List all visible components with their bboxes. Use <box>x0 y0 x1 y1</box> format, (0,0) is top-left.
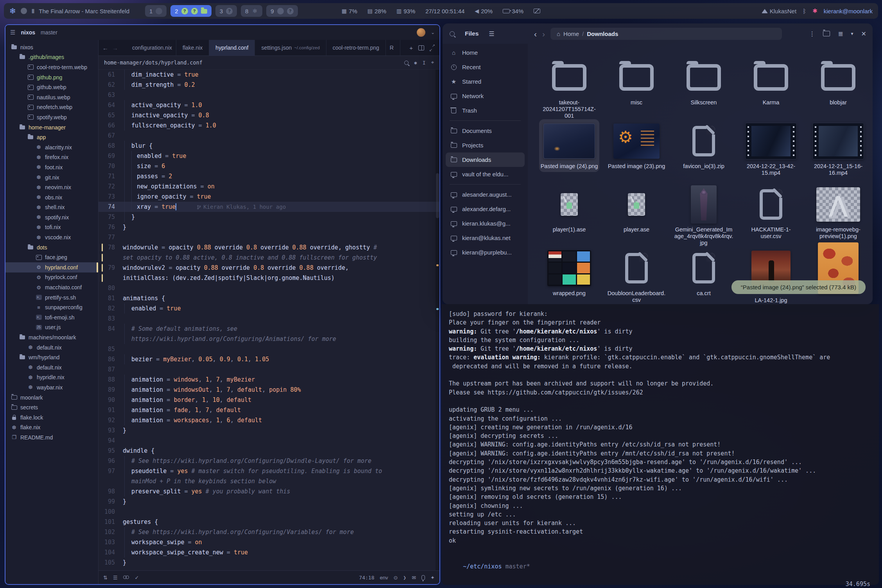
tab-settings-json[interactable]: settings.json~/.config/zed <box>255 40 326 56</box>
code-line-79[interactable]: 79windowrulev2 = opacity 0.88 override 0… <box>99 263 439 273</box>
tab-configuration-nix[interactable]: configuration.nix <box>122 40 176 56</box>
mail-icon[interactable]: ✉ <box>412 575 416 581</box>
tree-item-readme-md[interactable]: ❐README.md <box>5 432 98 443</box>
code-line-82[interactable]: 82enabled = true <box>99 303 439 314</box>
code-line-71[interactable]: 71passes = 2 <box>99 171 439 181</box>
code-line-65[interactable]: 65inactive_opacity = 0.8 <box>99 110 439 120</box>
env-label[interactable]: env <box>380 575 388 581</box>
tree-item-hyprland-conf[interactable]: ⚙hyprland.conf <box>5 262 98 272</box>
workspace-3[interactable]: 3? <box>215 5 237 17</box>
tree-item-github-webp[interactable]: github.webp <box>5 82 98 92</box>
tree-item-firefox-nix[interactable]: ❆firefox.nix <box>5 152 98 163</box>
kebab-menu-icon[interactable]: ⋮ <box>809 30 815 38</box>
tree-item-cool-retro-term-webp[interactable]: cool-retro-term.webp <box>5 62 98 72</box>
code-line-100[interactable]: 100 <box>99 507 439 517</box>
file-item-takeout-20241207t155714z-001[interactable]: takeout-20241207T155714Z-001 <box>538 56 601 122</box>
tree-item-sunpaperconfig[interactable]: ≡sunpaperconfig <box>5 302 98 312</box>
spotify-icon[interactable] <box>21 8 27 14</box>
code-line-68[interactable]: 68blur { <box>99 141 439 151</box>
mic-icon[interactable] <box>421 575 425 580</box>
tab-flake-nix[interactable]: flake.nix <box>176 40 209 56</box>
code-line-105[interactable]: 105} <box>99 558 439 568</box>
volume-stat[interactable]: ◀20% <box>475 8 493 14</box>
code-line-93[interactable]: 93} <box>99 425 439 436</box>
sidebar-item-trash[interactable]: Trash <box>446 103 525 118</box>
tree-item-app[interactable]: app <box>5 132 98 142</box>
code-line-75[interactable]: 75} <box>99 212 439 222</box>
tree-item-neofetch-webp[interactable]: neofetch.webp <box>5 102 98 113</box>
avatar[interactable] <box>417 28 425 37</box>
tree-item-hypridle-nix[interactable]: ❆hypridle.nix <box>5 373 98 383</box>
new-tab-button[interactable]: + <box>409 45 413 51</box>
sidebar-item-network[interactable]: Network <box>446 89 525 103</box>
nav-forward-icon[interactable]: → <box>112 45 118 51</box>
tab-hyprland-conf[interactable]: hyprland.conf <box>209 40 255 56</box>
split-pane-icon[interactable] <box>418 45 424 50</box>
code-line-84[interactable]: 84# Some default animations, see <box>99 324 439 334</box>
nav-back-icon[interactable]: ← <box>102 45 108 51</box>
view-toggle-icon[interactable]: ≣ <box>838 30 843 38</box>
tree-item-spotify-webp[interactable]: spotify.webp <box>5 112 98 122</box>
tree-item-github-png[interactable]: github.png <box>5 72 98 82</box>
path-current[interactable]: Downloads <box>587 30 618 37</box>
tree-item-nautilus-webp[interactable]: nautilus.webp <box>5 92 98 102</box>
workspace-9[interactable]: 9? <box>266 5 298 17</box>
screen-off-icon[interactable] <box>534 9 540 13</box>
search-icon[interactable] <box>404 61 409 65</box>
code-line-wrap[interactable]: mainMod + P in the keybinds section belo… <box>99 476 439 486</box>
sidebar-menu-icon[interactable]: ☰ <box>489 30 494 38</box>
code-line-90[interactable]: 90animation = border, 1, 10, default <box>99 395 439 405</box>
code-line-103[interactable]: 103workspace_swipe = on <box>99 537 439 547</box>
tree-item-default-nix[interactable]: ❆default.nix <box>5 342 98 353</box>
tree-item-home-manager[interactable]: home-manager <box>5 122 98 133</box>
tree-item-nixos[interactable]: nixos <box>5 42 98 52</box>
ibeam-icon[interactable]: I <box>423 60 426 66</box>
code-line-77[interactable]: 77 <box>99 232 439 242</box>
sidebar-item-alexander-defarg-[interactable]: alexander.defarg... <box>446 202 525 216</box>
folder-search-icon[interactable] <box>823 31 830 36</box>
code-line-101[interactable]: 101gestures { <box>99 517 439 527</box>
code-line-61[interactable]: 61dim_inactive = true <box>99 70 439 80</box>
tree-item-secrets[interactable]: secrets <box>5 402 98 412</box>
nixos-logo-icon[interactable]: ❄ <box>9 6 16 16</box>
tree-item-machines-moonlark[interactable]: machines/moonlark <box>5 332 98 342</box>
code-line-83[interactable]: 83 <box>99 314 439 324</box>
collab-icon[interactable] <box>123 575 129 580</box>
tree-item-waybar-nix[interactable]: ❆waybar.nix <box>5 382 98 393</box>
file-item-favicon-io-3-zip[interactable]: favicon_io(3).zip <box>681 119 726 172</box>
sidebar-item-downloads[interactable]: Downloads <box>446 152 525 167</box>
tab-r[interactable]: R <box>386 40 400 56</box>
tree-item-vscode-nix[interactable]: ❆vscode.nix <box>5 232 98 242</box>
notification-icon[interactable]: ✱ <box>812 7 817 14</box>
tree-item-alacritty-nix[interactable]: ❆alacritty.nix <box>5 142 98 152</box>
diff-icon[interactable]: ⇅ <box>103 575 108 581</box>
tree-item-macchiato-conf[interactable]: ⚙macchiato.conf <box>5 282 98 292</box>
code-line-66[interactable]: 66fullscreen_opacity = 1.0 <box>99 120 439 131</box>
wifi-status[interactable]: KlukasNet <box>762 8 796 14</box>
terminal-toggle-icon[interactable]: ❯ <box>403 575 406 581</box>
code-line-74[interactable]: 74xray = trueKieran Klukas, 1 hour ago <box>99 202 439 212</box>
view-dropdown-icon[interactable]: ▾ <box>851 31 853 36</box>
tree-item-spotify-nix[interactable]: ❆spotify.nix <box>5 212 98 222</box>
regex-icon[interactable]: ⌖ <box>431 59 434 66</box>
file-item-blobjar[interactable]: blobjar <box>819 56 857 108</box>
tree-item-prettify-ss-sh[interactable]: >_prettify-ss.sh <box>5 292 98 303</box>
search-icon[interactable] <box>450 31 455 36</box>
close-icon[interactable]: ✕ <box>861 30 866 38</box>
sidebar-item-vault-of-the-eldu-[interactable]: vault of the eldu... <box>446 167 525 181</box>
project-name[interactable]: nixos <box>21 29 35 36</box>
code-line-73[interactable]: 73ignore_opacity = true <box>99 192 439 202</box>
code-line-69[interactable]: 69enabled = true <box>99 151 439 161</box>
file-item-pasted-image-24-png[interactable]: Pasted image (24).png <box>539 119 600 172</box>
tree-item-obs-nix[interactable]: ❆obs.nix <box>5 192 98 203</box>
sidebar-item-alesander-august-[interactable]: alesander.august... <box>446 187 525 202</box>
git-branch-label[interactable]: master <box>41 29 57 36</box>
file-item-wrapped-png[interactable]: wrapped.png <box>546 246 593 299</box>
file-item-2024-12-21-15-16-16-mp4[interactable]: 2024-12-21_15-16-16.mp4 <box>807 119 869 179</box>
outline-icon[interactable]: ☰ <box>113 575 118 581</box>
tree-item-flake-nix[interactable]: ❆flake.nix <box>5 423 98 433</box>
code-line-97[interactable]: 97pseudotile = yes # master switch for p… <box>99 466 439 476</box>
code-line-63[interactable]: 63 <box>99 90 439 100</box>
code-line-81[interactable]: 81animations { <box>99 293 439 303</box>
terminal-input-line[interactable]: ❯ 34.695s <box>449 580 872 588</box>
